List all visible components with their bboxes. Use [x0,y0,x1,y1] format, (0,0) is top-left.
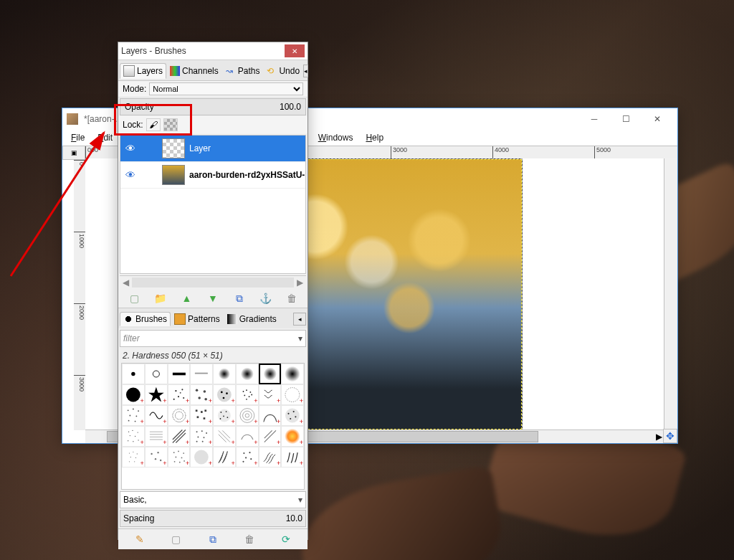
layer-thumbnail[interactable] [162,138,185,158]
brush-name-field[interactable]: Basic, ▾ [120,491,306,508]
new-brush-icon[interactable]: ▢ [170,533,183,546]
tab-paths[interactable]: ↝ Paths [222,64,264,78]
tab-patterns[interactable]: Patterns [171,311,224,327]
spacing-row[interactable]: Spacing 10.0 [120,510,306,527]
tab-channels[interactable]: Channels [166,64,222,78]
tab-menu-icon[interactable]: ◂ [293,313,306,326]
layers-brushes-dialog[interactable]: Layers - Brushes ✕ Layers Channels ↝ Pat… [118,42,308,540]
scrollbar-vertical[interactable] [664,158,677,430]
layer-name[interactable]: Layer [189,143,305,153]
brush-item[interactable]: + [122,447,145,468]
brush-item[interactable]: + [145,447,168,468]
brush-item[interactable]: + [236,384,259,405]
layer-list-scrollbar[interactable]: ◀▶ [120,275,306,289]
dock-tabs-bottom[interactable]: Brushes Patterns Gradients ◂ [118,308,308,328]
brush-item[interactable] [122,364,145,384]
brush-item[interactable]: + [213,384,236,405]
delete-brush-icon[interactable]: 🗑 [243,533,256,546]
tab-menu-icon[interactable]: ◂ [303,65,308,77]
brush-item[interactable]: + [190,447,213,468]
brush-item[interactable]: + [145,384,168,405]
anchor-layer-icon[interactable]: ⚓ [259,292,272,305]
brush-item[interactable]: + [281,405,304,426]
brush-item[interactable]: + [168,426,191,447]
brush-item[interactable]: + [213,447,236,468]
brush-item[interactable]: + [236,447,259,468]
ruler-vertical[interactable]: 0 1000 2000 3000 [74,160,86,430]
brush-item[interactable]: + [122,384,145,405]
brush-item[interactable]: + [213,405,236,426]
brush-item[interactable] [190,364,213,384]
opacity-row[interactable]: Opacity 100.0 [120,98,306,115]
new-layer-icon[interactable]: ▢ [128,292,140,305]
dialog-titlebar[interactable]: Layers - Brushes ✕ [118,42,308,60]
layer-row[interactable]: 👁 aaron-burden-rd2yxHSSatU-unspla [120,162,305,189]
tab-undo[interactable]: ⟲ Undo [263,64,303,78]
tab-brushes[interactable]: Brushes [120,312,171,326]
brush-item[interactable]: + [145,426,168,447]
brush-item[interactable]: + [281,384,304,405]
brush-item[interactable] [213,364,236,384]
brush-item[interactable]: + [236,426,259,447]
close-icon[interactable]: ✕ [285,44,305,57]
brush-item[interactable]: + [145,405,168,426]
brush-item[interactable]: + [168,384,191,405]
close-button[interactable]: ✕ [642,109,673,129]
scroll-left-icon[interactable]: ◀ [120,277,132,288]
tab-gradients[interactable]: Gradients [224,312,280,326]
brush-item[interactable] [236,364,259,384]
brush-item[interactable]: + [168,405,191,426]
duplicate-brush-icon[interactable]: ⧉ [206,533,219,546]
scroll-right-icon[interactable]: ▶ [294,277,306,288]
brush-item[interactable]: + [190,426,213,447]
brush-item[interactable]: + [190,405,213,426]
lock-alpha-icon[interactable] [163,118,178,131]
chevron-down-icon[interactable]: ▾ [298,495,302,505]
brush-filter-input[interactable]: filter ▾ [120,330,306,347]
brush-grid[interactable]: + + + + + + + + + + + + + + + + + + + + … [121,363,305,490]
menu-edit[interactable]: Edit [92,131,118,144]
brush-item[interactable]: + [213,426,236,447]
brush-item[interactable]: + [259,384,282,405]
refresh-brushes-icon[interactable]: ⟳ [280,533,292,546]
brush-item[interactable] [145,364,168,384]
brush-item[interactable] [168,364,191,384]
maximize-button[interactable]: ☐ [610,109,642,129]
brush-item[interactable]: + [236,405,259,426]
ruler-corner[interactable]: ▣ [62,146,85,160]
raise-layer-icon[interactable]: ▲ [180,292,193,305]
duplicate-layer-icon[interactable]: ⧉ [233,292,246,305]
visibility-icon[interactable]: 👁 [120,169,140,181]
brush-item[interactable]: + [281,426,304,447]
menu-file[interactable]: File [65,131,90,144]
layer-row[interactable]: 👁 Layer [120,136,305,162]
chevron-down-icon[interactable]: ▾ [298,333,302,343]
brush-item[interactable]: + [168,447,191,468]
brush-item[interactable]: + [190,384,213,405]
brush-item[interactable]: + [122,405,145,426]
brush-item[interactable] [281,364,304,384]
layer-name[interactable]: aaron-burden-rd2yxHSSatU-unspla [189,170,305,180]
layer-thumbnail[interactable] [162,165,185,185]
new-group-icon[interactable]: 📁 [154,292,167,305]
brush-item[interactable]: + [259,405,282,426]
layer-list[interactable]: 👁 Layer 👁 aaron-burden-rd2yxHSSatU-unspl… [120,135,306,274]
lock-pixels-icon[interactable]: 🖌 [146,118,161,131]
brush-item-selected[interactable] [259,364,282,384]
brush-item[interactable]: + [259,426,282,447]
visibility-icon[interactable]: 👁 [120,143,140,154]
brush-item[interactable]: + [259,447,282,468]
navigation-icon[interactable]: ✥ [663,429,677,443]
brush-item[interactable]: + [281,447,304,468]
lower-layer-icon[interactable]: ▼ [206,292,219,305]
dock-tabs-top[interactable]: Layers Channels ↝ Paths ⟲ Undo ◂ [118,60,308,81]
svg-point-110 [245,457,247,458]
brush-item[interactable]: + [122,426,145,447]
tab-layers[interactable]: Layers [120,63,166,79]
mode-select[interactable]: Normal [149,82,303,95]
menu-windows[interactable]: Windows [313,131,359,144]
delete-layer-icon[interactable]: 🗑 [285,292,298,305]
edit-brush-icon[interactable]: ✎ [133,533,146,546]
minimize-button[interactable]: ─ [578,109,610,129]
menu-help[interactable]: Help [360,131,389,144]
